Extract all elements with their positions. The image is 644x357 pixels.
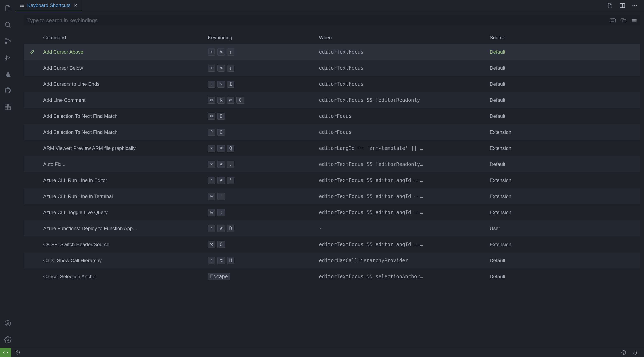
svg-point-20 [614, 19, 614, 20]
svg-point-13 [632, 5, 634, 6]
tab-bar: Keyboard Shortcuts [16, 0, 644, 11]
key-badge: K [217, 97, 225, 104]
when-cell: editorHasCallHierarchyProvider [316, 258, 487, 263]
svg-point-18 [612, 19, 612, 20]
split-editor-icon[interactable] [619, 2, 626, 9]
svg-rect-7 [8, 107, 11, 110]
header-command[interactable]: Command [40, 35, 205, 40]
feedback-icon[interactable] [621, 350, 626, 355]
table-row[interactable]: Cancel Selection AnchorEscapeeditorTextF… [24, 268, 640, 284]
key-badge: ⇧ [208, 225, 215, 232]
keybinding-cell: ⇧⌥I [205, 81, 316, 88]
tab-title: Keyboard Shortcuts [27, 2, 70, 8]
table-row[interactable]: Azure Functions: Deploy to Function App…… [24, 220, 640, 236]
key-badge: . [227, 161, 234, 168]
table-row[interactable]: Add Cursors to Line Ends⇧⌥IeditorTextFoc… [24, 76, 640, 92]
azure-icon[interactable] [4, 70, 12, 78]
source-control-icon[interactable] [4, 37, 12, 45]
key-badge: ' [227, 177, 234, 184]
table-row[interactable]: C/C++: Switch Header/Source⌥OeditorTextF… [24, 236, 640, 252]
command-cell: Add Selection To Next Find Match [40, 113, 205, 119]
source-cell: Default [487, 81, 553, 87]
more-icon[interactable] [632, 2, 638, 9]
sort-precedence-icon[interactable] [620, 18, 626, 23]
key-badge: ⌘ [208, 193, 215, 200]
edit-cell[interactable] [24, 49, 40, 55]
source-cell: Extension [487, 129, 553, 135]
svg-rect-23 [623, 20, 626, 22]
table-row[interactable]: Add Selection To Next Find Match⌃Geditor… [24, 124, 640, 140]
search-box [24, 15, 640, 25]
source-cell: Extension [487, 242, 553, 247]
history-icon[interactable] [15, 350, 20, 355]
command-cell: Azure CLI: Toggle Live Query [40, 210, 205, 215]
header-source[interactable]: Source [487, 35, 553, 40]
command-cell: Azure CLI: Run Line in Terminal [40, 194, 205, 199]
table-row[interactable]: Add Cursor Below⌥⌘↓editorTextFocusDefaul… [24, 60, 640, 76]
remote-button[interactable] [0, 348, 11, 357]
table-row[interactable]: ARM Viewer: Preview ARM file graphically… [24, 140, 640, 156]
svg-point-2 [5, 42, 7, 44]
source-cell: Default [487, 258, 553, 263]
when-cell: editorTextFocus && editorLangId ==… [316, 242, 487, 247]
key-badge: D [217, 113, 225, 120]
table-row[interactable]: Azure CLI: Run Line in Editor⇧⌘'editorTe… [24, 172, 640, 188]
key-badge: ⌥ [208, 48, 215, 55]
key-badge: ⌘ [227, 97, 234, 104]
keybinding-cell: ⌥⌘Q [205, 145, 316, 152]
run-debug-icon[interactable] [4, 53, 12, 62]
svg-point-19 [613, 19, 613, 20]
clear-search-icon[interactable] [631, 18, 637, 23]
command-cell: Auto Fix... [40, 161, 205, 167]
key-badge: ⌘ [217, 64, 225, 71]
key-badge: ⌘ [208, 209, 215, 216]
header-when[interactable]: When [316, 35, 487, 40]
source-cell: Extension [487, 145, 553, 151]
keybinding-cell: ⌥⌘↑ [205, 48, 316, 55]
svg-point-1 [5, 38, 7, 40]
key-badge: ⌃ [208, 129, 215, 136]
svg-rect-6 [5, 107, 8, 110]
table-row[interactable]: Azure CLI: Run Line in Terminal⌘'editorT… [24, 188, 640, 204]
header-keybinding[interactable]: Keybinding [205, 35, 316, 40]
table-row[interactable]: Auto Fix...⌥⌘.editorTextFocus && !editor… [24, 156, 640, 172]
command-cell: Calls: Show Call Hierarchy [40, 258, 205, 263]
extensions-icon[interactable] [4, 103, 12, 111]
explorer-icon[interactable] [4, 4, 12, 12]
record-keys-icon[interactable] [610, 18, 616, 23]
tab-keyboard-shortcuts[interactable]: Keyboard Shortcuts [16, 0, 82, 11]
settings-gear-icon[interactable] [4, 336, 12, 344]
search-input[interactable] [27, 17, 610, 24]
source-cell: Extension [487, 210, 553, 215]
editor-actions [607, 0, 644, 11]
github-icon[interactable] [4, 86, 12, 95]
table-row[interactable]: Add Cursor Above⌥⌘↑editorTextFocusDefaul… [24, 44, 640, 60]
keybinding-cell: ⌥O [205, 241, 316, 248]
when-cell: editorTextFocus && editorLangId ==… [316, 177, 487, 183]
command-cell: Add Cursor Below [40, 65, 205, 71]
key-badge: ⌘ [217, 177, 225, 184]
accounts-icon[interactable] [4, 319, 12, 327]
source-cell: Default [487, 113, 553, 119]
keybindings-table: Command Keybinding When Source Add Curso… [24, 31, 640, 284]
key-badge: O [217, 241, 225, 248]
list-icon [20, 3, 24, 7]
keybinding-cell: ⇧⌘D [205, 225, 316, 232]
source-cell: Extension [487, 177, 553, 183]
close-icon[interactable] [74, 3, 78, 7]
key-badge: ⌥ [217, 81, 225, 88]
keybinding-cell: ⌘; [205, 209, 316, 216]
command-cell: ARM Viewer: Preview ARM file graphically [40, 145, 205, 151]
table-row[interactable]: Add Line Comment⌘K⌘CeditorTextFocus && !… [24, 92, 640, 108]
key-badge: I [227, 81, 234, 88]
svg-rect-5 [5, 104, 8, 107]
search-icon[interactable] [4, 20, 12, 29]
source-cell: Extension [487, 194, 553, 199]
table-row[interactable]: Azure CLI: Toggle Live Query⌘;editorText… [24, 204, 640, 220]
bell-icon[interactable] [632, 350, 638, 355]
open-file-icon[interactable] [607, 2, 613, 9]
svg-point-14 [634, 5, 635, 6]
keybinding-cell: ⌃G [205, 129, 316, 136]
table-row[interactable]: Add Selection To Next Find Match⌘Deditor… [24, 108, 640, 124]
table-row[interactable]: Calls: Show Call Hierarchy⇧⌥HeditorHasCa… [24, 252, 640, 268]
